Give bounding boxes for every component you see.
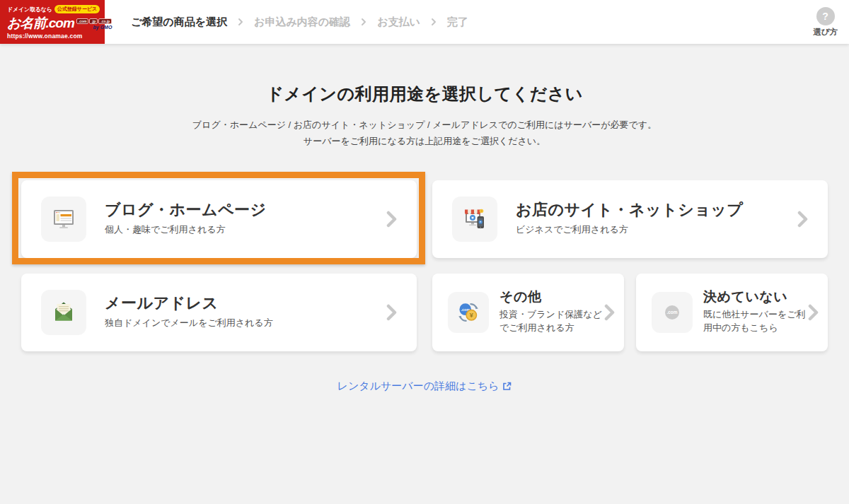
card-other[interactable]: .com ¥ その他 投資・ブランド保護などでご利用される方 (432, 274, 624, 351)
help-guide-button[interactable]: ? 選び方 (813, 7, 838, 37)
question-mark-icon: ? (816, 7, 835, 25)
shop-storefront-icon (452, 197, 497, 242)
logo-brand-text: お名前.com (7, 16, 74, 30)
subtitle-line-1: ブログ・ホームページ / お店のサイト・ネットショップ / メールアドレスでのご… (192, 119, 657, 130)
chevron-separator-icon (361, 18, 366, 26)
cards-row-2-right: .com ¥ その他 投資・ブランド保護などでご利用される方 (432, 274, 828, 351)
logo-url: https://www.onamae.com (7, 33, 99, 40)
highlighted-card-wrapper: ブログ・ホームページ 個人・趣味でご利用される方 (21, 180, 417, 258)
chevron-right-icon (604, 304, 615, 321)
help-guide-label: 選び方 (813, 27, 838, 37)
chevron-right-icon (386, 304, 397, 321)
progress-steps: ご希望の商品を選択 お申込み内容の確認 お支払い 完了 (131, 16, 468, 29)
onamae-logo[interactable]: ドメイン取るなら 公式登録サービス お名前.com .com .jp .co.j… (0, 0, 105, 44)
card-desc: 独自ドメインでメールをご利用される方 (105, 316, 273, 330)
envelope-icon (41, 290, 86, 335)
chevron-separator-icon (431, 18, 437, 26)
browser-monitor-icon (41, 197, 86, 242)
com-circle-icon: .com (652, 292, 693, 333)
card-desc: 既に他社サーバーをご利用中の方もこちら (703, 307, 811, 335)
page-title: ドメインの利用用途を選択してください (21, 83, 828, 105)
rental-server-link-label: レンタルサーバーの詳細はこちら (337, 380, 499, 393)
by-gmo-label: by GMO (93, 25, 112, 30)
step-complete: 完了 (447, 16, 468, 29)
card-desc: 投資・ブランド保護などでご利用される方 (499, 307, 607, 335)
rental-server-link[interactable]: レンタルサーバーの詳細はこちら (337, 380, 512, 393)
card-undecided[interactable]: .com 決めていない 既に他社サーバーをご利用中の方もこちら (636, 274, 828, 351)
tld-cojp-badge: .co.jp (98, 18, 112, 24)
subtitle-line-2: サーバーをご利用になる方は上記用途をご選択ください。 (304, 136, 545, 146)
page-subtitle: ブログ・ホームページ / お店のサイト・ネットショップ / メールアドレスでのご… (21, 117, 828, 150)
card-title: 決めていない (703, 289, 811, 305)
cards-row-2: メールアドレス 独自ドメインでメールをご利用される方 (21, 274, 828, 351)
chevron-separator-icon (238, 18, 243, 26)
logo-tagline: ドメイン取るなら (7, 6, 52, 13)
svg-text:.com: .com (666, 310, 677, 315)
step-payment: お支払い (377, 16, 420, 29)
header: ドメイン取るなら 公式登録サービス お名前.com .com .jp .co.j… (0, 0, 849, 44)
domain-yen-exchange-icon: .com ¥ (448, 292, 489, 333)
card-email[interactable]: メールアドレス 独自ドメインでメールをご利用される方 (21, 274, 417, 351)
card-shop-site[interactable]: お店のサイト・ネットショップ ビジネスでご利用される方 (432, 180, 828, 258)
card-title: お店のサイト・ネットショップ (516, 201, 743, 218)
main-content: ドメインの利用用途を選択してください ブログ・ホームページ / お店のサイト・ネ… (21, 83, 828, 393)
tld-com-badge: .com (76, 18, 89, 24)
card-title: その他 (499, 289, 607, 305)
logo-tld-badges: .com .jp .co.jp (76, 18, 112, 24)
logo-official-badge: 公式登録サービス (54, 5, 100, 13)
link-row: レンタルサーバーの詳細はこちら (21, 380, 828, 393)
card-desc: 個人・趣味でご利用される方 (105, 223, 267, 237)
card-title: メールアドレス (105, 294, 273, 312)
card-desc: ビジネスでご利用される方 (516, 223, 743, 237)
svg-text:¥: ¥ (470, 311, 473, 318)
cards-row-1: ブログ・ホームページ 個人・趣味でご利用される方 (21, 180, 828, 258)
external-link-icon (502, 382, 512, 391)
tld-jp-badge: .jp (89, 18, 98, 24)
chevron-right-icon (808, 304, 819, 321)
card-title: ブログ・ホームページ (105, 201, 267, 218)
chevron-right-icon (797, 211, 808, 228)
step-confirm-order: お申込み内容の確認 (254, 16, 350, 29)
chevron-right-icon (386, 211, 397, 228)
step-select-product: ご希望の商品を選択 (131, 16, 227, 29)
card-blog-homepage[interactable]: ブログ・ホームページ 個人・趣味でご利用される方 (21, 180, 417, 258)
usage-cards: ブログ・ホームページ 個人・趣味でご利用される方 (21, 180, 828, 351)
